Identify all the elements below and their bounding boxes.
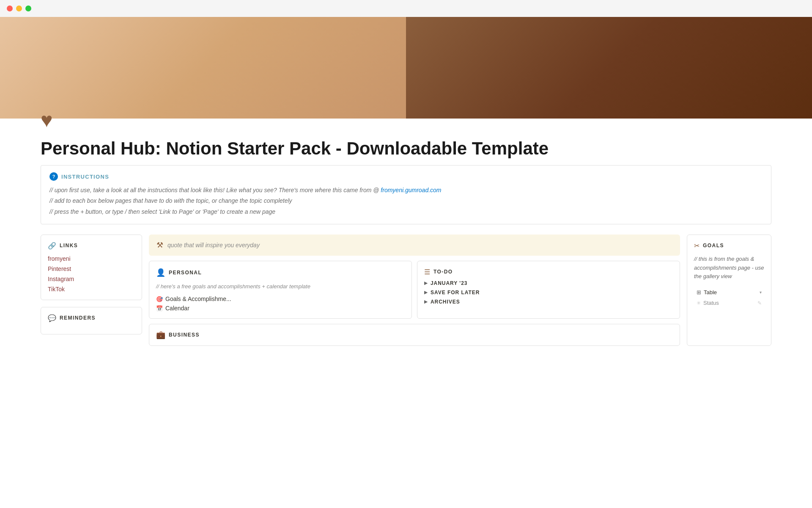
page-icon: ♥ [41,110,53,130]
widget-grid: 🔗 LINKS fromyeni Pinterest Instagram Tik… [0,235,812,346]
goals-status-row: ✳ Status ✎ [694,298,764,308]
goals-link-icon: 🎯 [156,296,163,302]
maximize-button[interactable] [25,6,31,11]
left-column: 🔗 LINKS fromyeni Pinterest Instagram Tik… [41,235,142,346]
personal-icon: 👤 [156,268,165,277]
personal-card: 👤 PERSONAL // here's a free goals and ac… [149,261,412,319]
callout-body: // upon first use, take a look at all th… [49,185,763,217]
business-icon: 💼 [156,330,165,340]
personal-links-list: 🎯 Goals & Accomplishme... 📅 Calendar [156,295,405,312]
link-item-instagram[interactable]: Instagram [48,275,135,283]
reminders-card-header: 💬 REMINDERS [48,314,135,322]
instruction-line-3: // press the + button, or type / then se… [49,207,763,217]
goals-card-header: ✂ GOALS [694,242,764,250]
center-column: ⚒ quote that will inspire you everyday 👤… [149,235,680,346]
links-icon: 🔗 [48,242,56,250]
quote-icon: ⚒ [156,240,163,250]
link-item-pinterest[interactable]: Pinterest [48,265,135,273]
business-card-title: BUSINESS [169,332,200,338]
link-tiktok[interactable]: TikTok [48,286,65,293]
links-card-title: LINKS [60,243,78,248]
close-button[interactable] [7,6,13,11]
goals-icon: ✂ [694,242,700,250]
center-bottom-grid: 👤 PERSONAL // here's a free goals and ac… [149,261,680,319]
todo-card: ☰ TO-DO ▶ JANUARY '23 ▶ SAVE FOR LATER ▶… [417,261,680,319]
page-title-area: Personal Hub: Notion Starter Pack - Down… [0,130,812,165]
cover-right [406,17,812,119]
reminders-card-title: REMINDERS [60,315,96,321]
quote-banner: ⚒ quote that will inspire you everyday [149,235,680,256]
personal-subtext: // here's a free goals and accomplishmen… [156,282,405,291]
link-item-fromyeni[interactable]: fromyeni [48,255,135,262]
goals-status-label: Status [703,300,755,306]
links-list: fromyeni Pinterest Instagram TikTok [48,255,135,293]
links-card-header: 🔗 LINKS [48,242,135,250]
callout-question-icon: ? [49,172,58,181]
calendar-link-icon: 📅 [156,305,163,312]
todo-list: ▶ JANUARY '23 ▶ SAVE FOR LATER ▶ ARCHIVE… [424,280,673,305]
goals-table-view-row[interactable]: ⊞ Table ▾ [694,287,764,298]
table-chevron-icon: ▾ [760,290,762,295]
todo-arrow-1: ▶ [424,281,428,285]
minimize-button[interactable] [16,6,22,11]
status-edit-icon[interactable]: ✎ [757,300,762,306]
callout-title: INSTRUCTIONS [61,174,109,180]
link-instagram[interactable]: Instagram [48,276,74,282]
callout-header: ? INSTRUCTIONS [49,172,763,181]
link-pinterest[interactable]: Pinterest [48,265,71,272]
page-title: Personal Hub: Notion Starter Pack - Down… [41,139,771,158]
quote-text: quote that will inspire you everyday [167,242,260,248]
status-spinner-icon: ✳ [697,300,701,306]
links-card: 🔗 LINKS fromyeni Pinterest Instagram Tik… [41,235,142,300]
todo-card-title: TO-DO [433,269,453,275]
cover-left [0,17,406,119]
personal-card-title: PERSONAL [169,270,202,276]
instruction-line-1: // upon first use, take a look at all th… [49,185,763,196]
personal-card-header: 👤 PERSONAL [156,268,405,277]
todo-icon: ☰ [424,268,430,276]
reminders-card: 💬 REMINDERS [41,307,142,334]
todo-item-archives[interactable]: ▶ ARCHIVES [424,299,673,305]
personal-link-goals[interactable]: 🎯 Goals & Accomplishme... [156,295,405,302]
goals-link-label: Goals & Accomplishme... [165,295,231,302]
todo-arrow-3: ▶ [424,299,428,304]
titlebar [0,0,812,17]
goals-subtext: // this is from the goals & accomplishme… [694,255,764,281]
goals-table-label: Table [704,289,757,295]
link-fromyeni[interactable]: fromyeni [48,255,71,262]
todo-arrow-2: ▶ [424,290,428,295]
reminders-icon: 💬 [48,314,56,322]
todo-item-save-for-later[interactable]: ▶ SAVE FOR LATER [424,290,673,295]
business-card: 💼 BUSINESS [149,324,680,346]
goals-card-title: GOALS [703,243,724,248]
todo-item-january[interactable]: ▶ JANUARY '23 [424,280,673,286]
table-icon: ⊞ [697,289,701,295]
right-column: ✂ GOALS // this is from the goals & acco… [687,235,771,346]
personal-link-calendar[interactable]: 📅 Calendar [156,305,405,312]
page-icon-area: ♥ [0,110,812,130]
link-item-tiktok[interactable]: TikTok [48,285,135,293]
cover-image [0,17,812,119]
instructions-callout: ? INSTRUCTIONS // upon first use, take a… [41,165,771,224]
todo-card-header: ☰ TO-DO [424,268,673,276]
gumroad-link[interactable]: fromyeni.gumroad.com [381,187,441,193]
calendar-link-label: Calendar [165,305,189,312]
goals-card: ✂ GOALS // this is from the goals & acco… [687,235,771,346]
instruction-line-2: // add to each box below pages that have… [49,196,763,206]
